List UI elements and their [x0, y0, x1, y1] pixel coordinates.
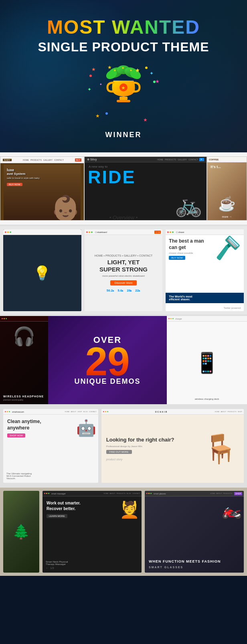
coffee-logo: COFFEE [209, 158, 219, 161]
nav-items: HOMEABOUTSHOPBLOGCONTACT [65, 411, 97, 413]
razor-content: The best a man can get closest shave pos… [166, 235, 244, 311]
nav-items: HOMEABOUTPRODUCTSBLOGCONTACT [104, 492, 140, 494]
vacuum-demo: smartvacuum HOMEABOUTSHOPBLOGCONTACT Cle… [3, 409, 98, 483]
skate-brand: ⬡ skateboard [95, 231, 107, 233]
bike-title: RIDE [88, 168, 136, 186]
star-icon: ✦ [87, 87, 91, 92]
dot-decoration [105, 112, 108, 115]
coffee-tagline: It's t... [211, 165, 221, 169]
skate-title: LIGHT, YETSUPER STRONG [99, 259, 148, 273]
shop-btn[interactable]: SHOP [234, 492, 242, 495]
star-icon: ✦ [150, 71, 154, 76]
overview-row: BABY HOMEPRODUCTSGALLERYCONTACT BUY luxe… [0, 152, 247, 225]
headphone-content: 🎧 WIRELESS HEADPHONE premium sound quali… [0, 322, 48, 404]
hero-title-line2: SINGLE PRODUCT THEME [8, 40, 239, 55]
stat-3: 28₼ [127, 289, 132, 292]
stroller-desc: safe to travel in style with baby [7, 177, 40, 179]
vacuum-content: Clean anytime,anywhere SHOP NOW 🤖 The Ul… [3, 415, 98, 483]
coffee-demo: COFFEE It's t... ☕ more → [207, 156, 247, 221]
search-icon[interactable]: 🔍 [199, 158, 204, 161]
svg-text:★: ★ [121, 85, 126, 91]
over29-section: 🎧 WIRELESS HEADPHONE premium sound quali… [0, 316, 247, 404]
massager-demo: smart massager HOMEABOUTPRODUCTSBLOGCONT… [43, 491, 142, 573]
razor-feature-text: The World's mostefficient shaver. [169, 295, 241, 301]
shop-button[interactable]: SHOP NOW [7, 433, 25, 437]
buy-button[interactable]: BUY NOW [169, 256, 185, 260]
massager-glasses-row: 🌲 smart massager HOMEABOUTPRODUCTSBLOGCO… [0, 488, 247, 576]
browser-bar: smartvacuum HOMEABOUTSHOPBLOGCONTACT [3, 409, 98, 415]
razor-social: Twitter powered [224, 307, 241, 309]
vacuum-subtitle: The Ultimate navigatingWi-fi Connected R… [6, 472, 95, 480]
phone-demo: charger 📱 wireless charging dock [167, 316, 247, 404]
star-icon: ★ [95, 113, 100, 119]
svg-rect-10 [119, 97, 128, 100]
phone-desc: wireless charging dock [170, 398, 244, 400]
vacuum-image: 🤖 [76, 419, 96, 437]
dot-decoration [89, 75, 92, 77]
nav-btn[interactable]: BUY [75, 158, 81, 162]
browser-bar: OCHAIR HOMEABOUTPRODUCTSSHOP [101, 409, 244, 415]
next-icon[interactable]: 1/3 [50, 567, 54, 569]
vacuum-chair-row: smartvacuum HOMEABOUTSHOPBLOGCONTACT Cle… [0, 406, 247, 486]
browser-bar [3, 229, 81, 235]
phone-content: 📱 wireless charging dock [167, 322, 247, 404]
nav-items: HOMEABOUTPRODUCTSSHOP [215, 411, 242, 413]
razor-feature-banner: The World's mostefficient shaver. [166, 293, 244, 303]
headphone-title: WIRELESS HEADPHONE [3, 395, 45, 398]
bike-demo: ⊕ Silvy HOMEPRODUCTSGALLERYCONTACT 🔍 A n… [84, 156, 207, 221]
discover-button[interactable]: Discover More [110, 280, 136, 286]
headphone-demo: 🎧 WIRELESS HEADPHONE premium sound quali… [0, 316, 48, 404]
browser-bar [0, 316, 48, 322]
star-icon: ⭐ [136, 69, 140, 72]
glasses-brand: smart glasses [154, 492, 166, 495]
silvy-logo: ⊕ Silvy [87, 158, 97, 161]
massager-footer: Smart Neck PhysicalTherapy Massager ← 1/… [46, 561, 138, 569]
bulb-bg: 💡 [3, 235, 81, 311]
browser-bar: charger [167, 316, 247, 322]
landscape-bg: 🌲 [3, 491, 39, 573]
vacuum-desc: The Ultimate navigatingWi-fi Connected R… [6, 472, 95, 480]
stroller-tagline: luxe [7, 168, 14, 172]
stroller-demo: BABY HOMEPRODUCTSGALLERYCONTACT BUY luxe… [0, 156, 84, 221]
bulb-demo: 💡 [3, 229, 81, 311]
prev-icon[interactable]: ← [46, 567, 49, 569]
chair-image: 🪑 [203, 419, 238, 479]
findout-button[interactable]: FIND OUT MORE [106, 450, 132, 454]
phone-image: 📱 [194, 351, 219, 375]
massager-sub: Smart Neck PhysicalTherapy Massager [46, 561, 138, 565]
products-grid: 💡 ⬡ skateboard 🛒 0 HOME • PRODUCTS • GAL… [0, 226, 247, 314]
number-29: 29 [85, 341, 130, 381]
svg-rect-11 [117, 100, 130, 102]
bike-image: 🚲 [175, 194, 202, 216]
skate-content: HOME • PRODUCTS • GALLERY • CONTACT LIGH… [85, 235, 163, 311]
charger-brand: charger [175, 318, 182, 320]
coffee-more: more → [222, 215, 232, 218]
stroller-cta[interactable]: BUY NOW [7, 183, 22, 186]
svg-text:★: ★ [121, 66, 124, 70]
overview-label: • Overview • [109, 215, 138, 221]
winner-label: WINNER [8, 131, 239, 139]
razor-title: The best a man can get [169, 238, 209, 251]
vacuum-brand: smartvacuum [12, 411, 24, 413]
skate-desc: more powerful robot electric skateboard [102, 275, 144, 277]
browser-bar: COFFEE [207, 157, 247, 162]
star-icon: ★ [155, 79, 160, 84]
glasses-tagline: WHEN FUNCTION MEETS FASHION [149, 559, 240, 564]
nav-items: HOMEABOUTPRODUCTS [211, 492, 232, 494]
chair-content: Looking for the right chair? Professiona… [101, 415, 244, 483]
cart-icon[interactable]: 🛒 0 [154, 231, 161, 234]
dot-decoration [145, 67, 148, 69]
nav-bar: BABY HOMEPRODUCTSGALLERYCONTACT BUY [0, 157, 84, 163]
massager-image: 💆 [119, 500, 140, 519]
glasses-person: 🏍️ [222, 500, 242, 519]
star-icon: ★ [143, 117, 148, 123]
headphone-desc: premium sound quality [3, 399, 45, 401]
stat-1: 50.2₼ [107, 289, 115, 292]
browser-bar: ⬡ shaver [166, 229, 244, 235]
learn-button[interactable]: LEARN MORE [47, 514, 67, 518]
chair-demo: OCHAIR HOMEABOUTPRODUCTSSHOP Looking for… [101, 409, 244, 483]
stat-4: 22₼ [135, 289, 140, 292]
massager-content: Work out smarter.Recover better. LEARN M… [43, 496, 142, 573]
coffee-image: ☕ [218, 196, 236, 212]
chair-brand: OCHAIR [155, 411, 168, 413]
